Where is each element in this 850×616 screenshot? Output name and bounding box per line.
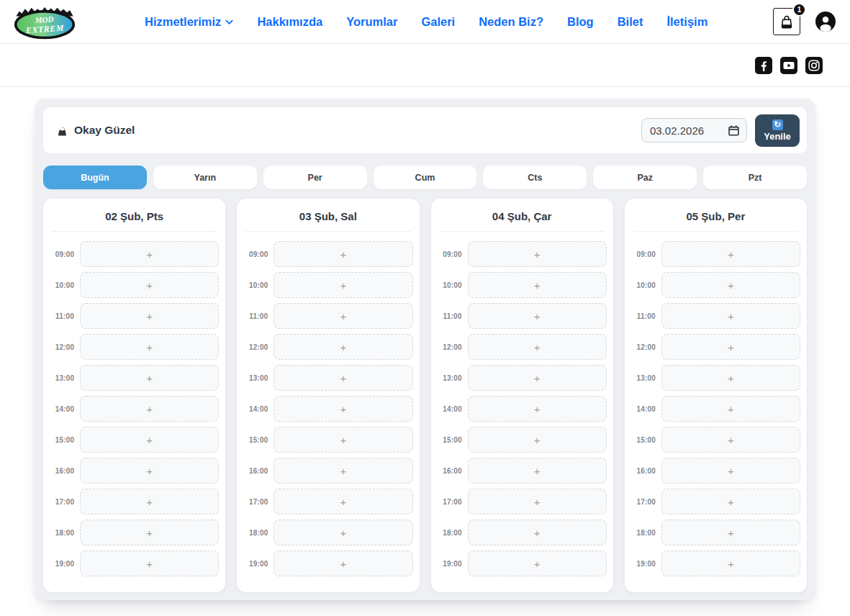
add-appointment-slot[interactable]: + [468,489,607,515]
add-appointment-slot[interactable]: + [273,489,412,515]
add-appointment-slot[interactable]: + [661,272,800,298]
plus-icon: + [534,341,541,353]
add-appointment-slot[interactable]: + [661,458,800,484]
add-appointment-slot[interactable]: + [661,520,800,545]
nav-item-label: İletişim [666,15,707,29]
time-slot-row: 18:00+ [50,520,219,545]
add-appointment-slot[interactable]: + [80,520,219,545]
time-slot-row: 11:00+ [50,303,219,329]
add-appointment-slot[interactable]: + [661,427,800,453]
nav-item-hakkimizda[interactable]: Hakkımızda [257,15,322,29]
add-appointment-slot[interactable]: + [468,241,607,267]
add-appointment-slot[interactable]: + [273,520,412,545]
nav-item-label: Hakkımızda [257,15,322,29]
add-appointment-slot[interactable]: + [273,427,412,453]
add-appointment-slot[interactable]: + [661,334,800,360]
add-appointment-slot[interactable]: + [661,551,800,576]
day-tab-bugun[interactable]: Bugün [43,166,147,189]
day-tab-cum[interactable]: Cum [374,166,477,189]
add-appointment-slot[interactable]: + [661,489,800,515]
add-appointment-slot[interactable]: + [80,551,219,576]
add-appointment-slot[interactable]: + [661,241,800,267]
time-label: 17:00 [438,498,468,506]
day-tab-pzt[interactable]: Pzt [703,166,807,189]
day-tab-yarin[interactable]: Yarın [153,166,257,189]
nav-item-galeri[interactable]: Galeri [421,15,455,29]
time-label: 15:00 [631,436,661,444]
day-tab-paz[interactable]: Paz [593,166,697,189]
time-slot-row: 12:00+ [631,334,800,360]
add-appointment-slot[interactable]: + [80,334,219,360]
add-appointment-slot[interactable]: + [468,551,607,576]
add-appointment-slot[interactable]: + [661,396,800,422]
add-appointment-slot[interactable]: + [273,396,412,422]
add-appointment-slot[interactable]: + [273,241,412,267]
time-label: 18:00 [631,529,661,537]
add-appointment-slot[interactable]: + [468,334,607,360]
time-label: 09:00 [631,250,661,258]
nav-item-bilet[interactable]: Bilet [618,15,643,29]
nav-item-yorumlar[interactable]: Yorumlar [346,15,397,29]
time-label: 19:00 [50,560,80,568]
add-appointment-slot[interactable]: + [273,334,412,360]
youtube-link[interactable] [780,57,797,74]
add-appointment-slot[interactable]: + [468,303,607,329]
add-appointment-slot[interactable]: + [468,458,607,484]
time-label: 17:00 [50,498,80,506]
nav-item-label: Hizmetlerimiz [145,15,221,29]
day-column: 02 Şub, Pts09:00+10:00+11:00+12:00+13:00… [43,199,225,592]
add-appointment-slot[interactable]: + [661,365,800,391]
facebook-link[interactable] [755,57,772,74]
refresh-button[interactable]: ↻ Yenile [755,114,800,147]
site-logo[interactable]: MOD EXTREM [13,2,76,42]
time-label: 11:00 [438,312,468,320]
time-label: 17:00 [243,498,273,506]
add-appointment-slot[interactable]: + [468,396,607,422]
nav-item-neden-biz[interactable]: Neden Biz? [479,15,543,29]
date-input[interactable]: 03.02.2026 [641,118,747,142]
add-appointment-slot[interactable]: + [273,365,412,391]
add-appointment-slot[interactable]: + [80,489,219,515]
add-appointment-slot[interactable]: + [468,365,607,391]
day-tab-cts[interactable]: Cts [483,166,587,189]
time-slot-row: 09:00+ [631,241,800,267]
time-label: 15:00 [243,436,273,444]
time-slot-row: 11:00+ [243,303,412,329]
add-appointment-slot[interactable]: + [273,303,412,329]
add-appointment-slot[interactable]: + [273,458,412,484]
time-slot-row: 17:00+ [243,489,412,515]
add-appointment-slot[interactable]: + [468,427,607,453]
plus-icon: + [728,527,734,539]
svg-text:MOD: MOD [34,14,53,24]
time-label: 13:00 [438,374,468,382]
add-appointment-slot[interactable]: + [80,365,219,391]
account-button[interactable] [815,12,836,32]
day-column-header: 02 Şub, Pts [52,199,217,232]
nav-item-blog[interactable]: Blog [567,15,594,29]
add-appointment-slot[interactable]: + [661,303,800,329]
time-label: 10:00 [243,281,273,289]
youtube-icon [780,57,797,74]
add-appointment-slot[interactable]: + [80,396,219,422]
add-appointment-slot[interactable]: + [468,520,607,545]
add-appointment-slot[interactable]: + [80,458,219,484]
add-appointment-slot[interactable]: + [80,241,219,267]
add-appointment-slot[interactable]: + [468,272,607,298]
instagram-link[interactable] [805,57,823,74]
cart-button[interactable]: 1 [773,8,800,35]
staff-name: Okay Güzel [74,124,135,137]
time-slot-row: 15:00+ [438,427,607,453]
add-appointment-slot[interactable]: + [273,551,412,576]
plus-icon: + [728,372,734,384]
day-tab-per[interactable]: Per [263,166,367,189]
nav-item-hizmetlerimiz[interactable]: Hizmetlerimiz [145,15,233,29]
add-appointment-slot[interactable]: + [80,427,219,453]
instagram-icon [805,57,823,74]
calendar-icon [728,124,740,137]
add-appointment-slot[interactable]: + [80,272,219,298]
nav-item-iletisim[interactable]: İletişim [666,15,707,29]
add-appointment-slot[interactable]: + [273,272,412,298]
time-slot-row: 19:00+ [243,551,412,576]
add-appointment-slot[interactable]: + [80,303,219,329]
plus-icon: + [534,434,541,446]
